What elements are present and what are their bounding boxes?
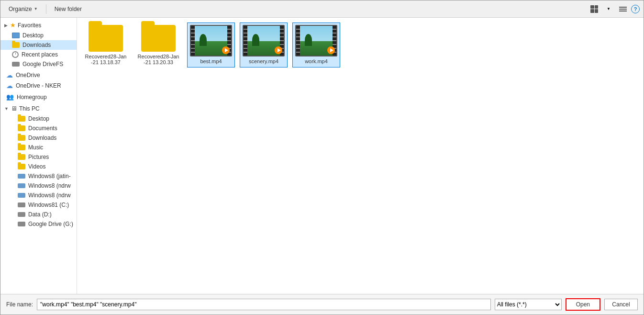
pc-downloads-icon	[18, 135, 25, 141]
pc-icon: 🖥	[11, 105, 17, 112]
sidebar-item-downloads[interactable]: Downloads	[0, 40, 77, 50]
desktop-icon	[12, 33, 20, 38]
view-chevron-icon: ▼	[607, 7, 611, 11]
sidebar-item-pc-documents[interactable]: Documents	[0, 124, 77, 133]
sidebar-item-pc-videos[interactable]: Videos	[0, 162, 77, 171]
toolbar-right: ▼ ?	[588, 3, 640, 15]
sidebar-item-win8-jatin-label: Windows8 (jatin-	[28, 173, 71, 180]
video-tree2	[252, 34, 259, 46]
open-button[interactable]: Open	[566, 298, 600, 311]
win8-ndrw2-icon	[18, 193, 25, 198]
favorites-section: ▶ ★ Favorites Desktop Downloads Recent p…	[0, 20, 77, 69]
sidebar-item-desktop[interactable]: Desktop	[0, 31, 77, 40]
file-item-folder2[interactable]: Recovered28-Jan-21 13.20.33	[134, 22, 182, 68]
win81-c-icon	[18, 202, 25, 207]
file-item-best-mp4[interactable]: best.mp4	[187, 22, 235, 68]
new-folder-button[interactable]: New folder	[50, 4, 86, 14]
sidebar-item-onedrive-nker-label: OneDrive - NKER	[16, 82, 61, 89]
view-dropdown-button[interactable]: ▼	[602, 3, 615, 15]
google-drive-g-icon	[18, 222, 25, 226]
sidebar-item-data-d-label: Data (D:)	[28, 211, 52, 218]
filetype-select[interactable]: All files (*.*)	[495, 299, 562, 310]
favorites-star-icon: ★	[10, 22, 16, 29]
best-mp4-label: best.mp4	[200, 58, 222, 64]
play-button	[222, 46, 230, 54]
sidebar-item-win8-ndrw2[interactable]: Windows8 (ndrw	[0, 191, 77, 200]
file-item-scenery-mp4[interactable]: scenery.mp4	[240, 22, 288, 68]
sidebar-item-pc-pictures[interactable]: Pictures	[0, 152, 77, 162]
folder2-label: Recovered28-Jan-21 13.20.33	[138, 54, 179, 65]
sidebar-item-pc-documents-label: Documents	[28, 125, 57, 132]
film-strip-left	[191, 26, 195, 56]
cancel-button[interactable]: Cancel	[604, 299, 638, 310]
list-view-icon	[619, 7, 627, 11]
thispc-section: ▼ 🖥 This PC Desktop Documents Downloads	[0, 103, 77, 229]
favorites-header[interactable]: ▶ ★ Favorites	[0, 20, 77, 31]
organize-button[interactable]: Organize ▼	[4, 4, 42, 14]
play-button2	[275, 46, 282, 54]
pc-videos-icon	[18, 164, 25, 169]
homegroup-section: 👥 Homegroup	[0, 92, 77, 102]
view-grid-button[interactable]	[588, 3, 600, 15]
onedrive-nker-cloud-icon: ☁	[6, 82, 13, 90]
googledrivefs-icon	[12, 62, 20, 67]
thispc-header[interactable]: ▼ 🖥 This PC	[0, 103, 77, 114]
play-triangle-icon3	[330, 48, 333, 52]
folder1-label: Recovered28-Jan-21 13.18.37	[85, 54, 127, 65]
sidebar-item-win81-c[interactable]: Windows81 (C:)	[0, 200, 77, 210]
best-mp4-thumbnail	[190, 25, 232, 56]
file-item-work-mp4[interactable]: work.mp4	[292, 22, 340, 68]
onedrive-cloud-icon: ☁	[6, 71, 13, 79]
sidebar-item-google-drive-g[interactable]: Google Drive (G:)	[0, 219, 77, 229]
new-folder-label: New folder	[55, 6, 82, 12]
play-button3	[327, 46, 335, 54]
sidebar-item-pc-pictures-label: Pictures	[28, 154, 49, 160]
help-button[interactable]: ?	[631, 5, 640, 13]
sidebar-item-desktop-label: Desktop	[22, 32, 44, 39]
sidebar-item-onedrive[interactable]: ☁ OneDrive	[0, 70, 77, 80]
sidebar-item-pc-music-label: Music	[28, 144, 43, 151]
sidebar-item-pc-desktop-label: Desktop	[28, 115, 49, 122]
toolbar-separator	[46, 4, 46, 14]
sidebar-item-pc-desktop[interactable]: Desktop	[0, 114, 77, 124]
downloads-folder-icon	[12, 42, 20, 48]
play-triangle-icon	[225, 48, 228, 52]
video-tree3	[305, 34, 312, 46]
pc-desktop-icon	[18, 116, 25, 122]
film-strip-left2	[244, 26, 247, 56]
sidebar-item-win8-ndrw1[interactable]: Windows8 (ndrw	[0, 181, 77, 191]
sidebar-item-homegroup-label: Homegroup	[17, 94, 47, 101]
video-tree	[200, 34, 207, 46]
content-area: Recovered28-Jan-21 13.18.37 Recovered28-…	[77, 18, 644, 294]
sidebar-item-pc-downloads[interactable]: Downloads	[0, 133, 77, 143]
filename-label: File name:	[6, 301, 33, 308]
file-open-dialog: Organize ▼ New folder ▼ ?	[0, 0, 644, 315]
folder2-icon	[141, 25, 176, 52]
folder1-icon	[89, 25, 123, 52]
sidebar-item-downloads-label: Downloads	[22, 42, 51, 48]
filename-input[interactable]	[37, 299, 491, 310]
view-details-button[interactable]	[617, 3, 629, 15]
work-mp4-label: work.mp4	[305, 58, 328, 64]
sidebar-item-pc-music[interactable]: Music	[0, 143, 77, 152]
thispc-expand-icon: ▼	[4, 106, 9, 111]
sidebar-item-win8-jatin[interactable]: Windows8 (jatin-	[0, 171, 77, 181]
pc-pictures-icon	[18, 154, 25, 160]
sidebar-item-data-d[interactable]: Data (D:)	[0, 210, 77, 219]
sidebar-item-win81-c-label: Windows81 (C:)	[28, 202, 69, 208]
win8-ndrw1-icon	[18, 183, 25, 188]
sidebar-item-googledrivefs[interactable]: Google DriveFS	[0, 59, 77, 69]
scenery-mp4-label: scenery.mp4	[249, 58, 278, 64]
win8-jatin-icon	[18, 174, 25, 179]
sidebar-item-recent-label: Recent places	[22, 51, 58, 58]
thispc-label: This PC	[19, 105, 40, 112]
sidebar-item-recent[interactable]: Recent places	[0, 50, 77, 59]
sidebar-item-googledrivefs-label: Google DriveFS	[22, 61, 63, 68]
sidebar-item-google-drive-g-label: Google Drive (G:)	[28, 221, 73, 227]
sidebar-item-homegroup[interactable]: 👥 Homegroup	[0, 92, 77, 102]
pc-music-icon	[18, 145, 25, 150]
sidebar-item-pc-downloads-label: Downloads	[28, 135, 56, 141]
sidebar-item-onedrive-nker[interactable]: ☁ OneDrive - NKER	[0, 80, 77, 91]
file-item-folder1[interactable]: Recovered28-Jan-21 13.18.37	[82, 22, 130, 68]
sidebar: ▶ ★ Favorites Desktop Downloads Recent p…	[0, 18, 77, 294]
